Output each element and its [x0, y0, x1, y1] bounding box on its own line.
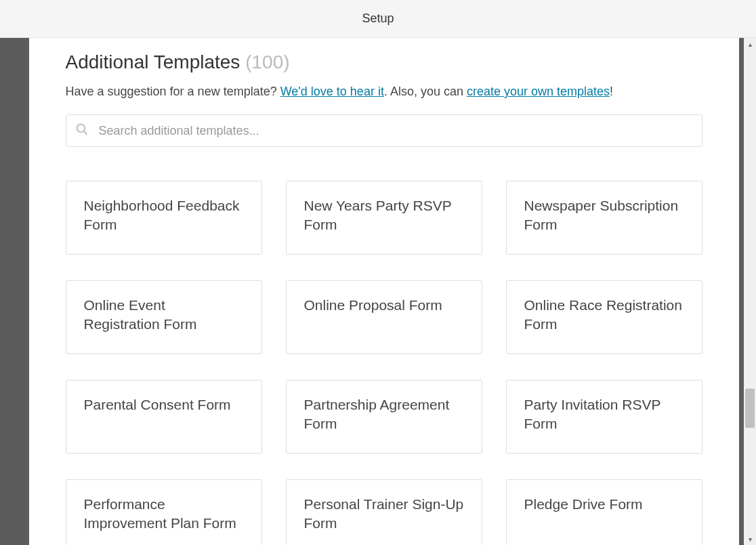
inner-content: Additional Templates (100) Have a sugges…: [29, 38, 739, 545]
template-title: Parental Consent Form: [84, 395, 231, 414]
heading-count: (100): [245, 51, 289, 72]
template-card[interactable]: Party Invitation RSVP Form: [506, 380, 702, 454]
outer-wrap: Additional Templates (100) Have a sugges…: [0, 38, 756, 545]
svg-line-1: [83, 131, 87, 135]
search-input[interactable]: [66, 114, 702, 147]
subtitle-mid: . Also, you can: [384, 85, 467, 98]
template-title: Party Invitation RSVP Form: [524, 395, 684, 434]
template-title: Pledge Drive Form: [524, 495, 643, 514]
subtitle-prefix: Have a suggestion for a new template?: [66, 85, 280, 98]
template-card[interactable]: Online Race Registration Form: [506, 280, 702, 354]
template-card[interactable]: New Years Party RSVP Form: [286, 181, 482, 255]
template-title: Newspaper Subscription Form: [524, 196, 684, 235]
template-card[interactable]: Online Proposal Form: [286, 280, 482, 354]
template-card[interactable]: Pledge Drive Form: [506, 479, 702, 545]
heading-text: Additional Templates: [66, 51, 240, 72]
create-templates-link[interactable]: create your own templates: [467, 85, 610, 98]
template-title: Performance Improvement Plan Form: [84, 495, 244, 533]
template-title: Online Proposal Form: [304, 296, 442, 315]
template-card[interactable]: Personal Trainer Sign-Up Form: [286, 479, 482, 545]
subtitle-suffix: !: [610, 85, 613, 98]
scrollbar-thumb[interactable]: [745, 389, 755, 428]
page-heading: Additional Templates (100): [66, 51, 702, 73]
template-card[interactable]: Parental Consent Form: [66, 380, 262, 454]
template-title: Personal Trainer Sign-Up Form: [304, 495, 464, 533]
subtitle: Have a suggestion for a new template? We…: [66, 83, 702, 101]
template-card[interactable]: Newspaper Subscription Form: [506, 181, 702, 255]
header-bar: Setup: [0, 0, 756, 38]
template-title: Partnership Agreement Form: [304, 395, 464, 434]
template-card[interactable]: Partnership Agreement Form: [286, 380, 482, 454]
search-icon: [75, 123, 89, 139]
template-title: Neighborhood Feedback Form: [84, 196, 244, 235]
template-title: Online Event Registration Form: [84, 296, 244, 334]
template-title: New Years Party RSVP Form: [304, 196, 464, 235]
search-wrap: [66, 114, 702, 147]
scroll-down-icon[interactable]: ▾: [744, 533, 756, 545]
header-title: Setup: [362, 12, 394, 26]
template-title: Online Race Registration Form: [524, 296, 684, 334]
template-card[interactable]: Neighborhood Feedback Form: [66, 181, 262, 255]
scrollbar-track[interactable]: ▴ ▾: [744, 38, 756, 545]
scroll-up-icon[interactable]: ▴: [744, 38, 756, 50]
svg-point-0: [77, 125, 85, 133]
content-panel: Additional Templates (100) Have a sugges…: [29, 38, 739, 545]
templates-grid: Neighborhood Feedback Form New Years Par…: [66, 181, 702, 545]
template-card[interactable]: Performance Improvement Plan Form: [66, 479, 262, 545]
template-card[interactable]: Online Event Registration Form: [66, 280, 262, 354]
suggestion-link[interactable]: We'd love to hear it: [280, 85, 384, 98]
